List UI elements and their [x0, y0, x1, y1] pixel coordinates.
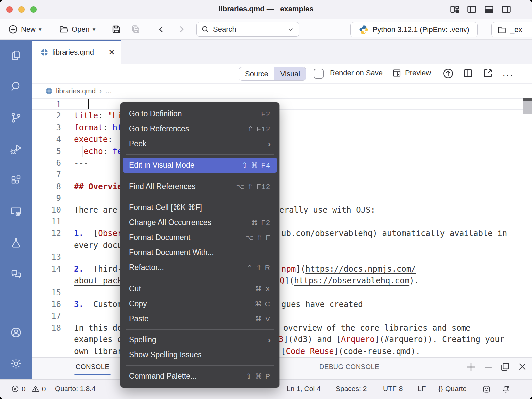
panel-tab-strip: CONSOLETERMINALDEBUG CONSOLE — [32, 357, 532, 379]
sessions-icon[interactable] — [0, 196, 32, 227]
chevron-down-icon[interactable] — [287, 26, 294, 33]
chat-icon[interactable] — [0, 258, 32, 290]
panel-restore-icon[interactable] — [500, 361, 511, 372]
scrollbar-thumb[interactable] — [523, 101, 532, 114]
toggle-secondary-sidebar-icon[interactable] — [501, 5, 511, 14]
testing-icon[interactable] — [0, 227, 32, 258]
code-line[interactable]: every docu — [32, 240, 532, 251]
open-button[interactable]: Open ▾ — [59, 19, 95, 40]
breadcrumb-more[interactable]: … — [105, 87, 112, 95]
customize-layout-icon[interactable] — [450, 5, 460, 14]
menu-item-refactor[interactable]: Refactor...⌃ ⇧ R — [123, 260, 277, 275]
split-editor-icon[interactable] — [463, 68, 473, 79]
language-mode-status[interactable]: {} Quarto — [438, 385, 466, 393]
menu-item-spelling[interactable]: Spelling› — [123, 332, 277, 347]
breadcrumb-file[interactable]: libraries.qmd — [56, 87, 96, 95]
search-input[interactable]: Search — [196, 22, 299, 37]
render-on-save-checkbox[interactable] — [314, 69, 324, 79]
menu-item-cut[interactable]: Cut⌘ X — [123, 281, 277, 296]
code-token: https://observablehq.com — [294, 276, 409, 285]
panel-close-icon[interactable] — [517, 361, 528, 372]
search-sidebar-icon[interactable] — [0, 71, 32, 102]
code-line[interactable]: 121. [Obserub.com/observablehq) automati… — [32, 228, 532, 239]
menu-item-copy[interactable]: Copy⌘ C — [123, 296, 277, 311]
code-line[interactable]: 11 — [32, 216, 532, 228]
encoding-status[interactable]: UTF-8 — [383, 385, 403, 393]
run-debug-icon[interactable] — [0, 133, 32, 165]
extensions-icon[interactable] — [0, 165, 32, 196]
code-line[interactable]: 9 — [32, 193, 532, 204]
code-line[interactable]: 1--- — [32, 98, 532, 110]
code-line[interactable]: 2title: "Li — [32, 110, 532, 122]
menu-item-paste[interactable]: Paste⌘ V — [123, 311, 277, 326]
code-line[interactable]: 142. Third-npm](https://docs.npmjs.com/ — [32, 263, 532, 275]
menu-item-find-all-references[interactable]: Find All References⌥ ⇧ F12 — [123, 179, 277, 194]
open-in-new-window-icon[interactable] — [482, 68, 493, 79]
code-editor[interactable]: 1---2title: "Li3format: ht4execute:5 ech… — [32, 98, 532, 357]
code-line[interactable]: 6--- — [32, 157, 532, 169]
line-number: 9 — [32, 193, 61, 204]
code-line[interactable]: own librar[Code Reuse](code-reuse.qmd). — [32, 346, 532, 357]
save-all-button[interactable] — [130, 19, 141, 40]
tab-libraries-qmd[interactable]: libraries.qmd ✕ — [32, 40, 121, 64]
panel-add-icon[interactable] — [466, 361, 477, 373]
preview-icon — [392, 68, 402, 78]
render-document-icon[interactable] — [442, 68, 454, 79]
interpreter-selector[interactable]: Python 3.12.1 (PipEnv: .venv) — [350, 22, 478, 37]
navigate-forward-button[interactable] — [176, 19, 186, 40]
menu-item-format-cell-k-f[interactable]: Format Cell [⌘K ⌘F] — [123, 200, 277, 215]
menu-item-command-palette[interactable]: Command Palette...⇧ ⌘ P — [123, 369, 277, 384]
menu-item-go-to-definition[interactable]: Go to DefinitionF2 — [123, 106, 277, 121]
menu-item-show-spelling-issues[interactable]: Show Spelling Issues — [123, 347, 277, 362]
project-selector[interactable]: _ex — [491, 22, 532, 37]
code-line[interactable]: 8## Overvie — [32, 181, 532, 193]
code-line[interactable]: examples o3](#d3) and [Arquero](#arquero… — [32, 334, 532, 345]
account-icon[interactable] — [0, 317, 32, 348]
menu-item-format-document[interactable]: Format Document⌥ ⇧ F — [123, 230, 277, 245]
close-tab-icon[interactable]: ✕ — [108, 48, 115, 57]
code-line[interactable]: 17 — [32, 310, 532, 322]
source-control-icon[interactable] — [0, 102, 32, 133]
visual-mode-button[interactable]: Visual — [274, 67, 306, 80]
code-line[interactable]: 3format: ht — [32, 122, 532, 134]
code-line[interactable]: 15 — [32, 287, 532, 299]
menu-item-peek[interactable]: Peek› — [123, 136, 277, 151]
menu-item-go-to-references[interactable]: Go to References⇧ F12 — [123, 121, 277, 136]
menu-item-format-document-with[interactable]: Format Document With... — [123, 245, 277, 260]
feedback-button[interactable] — [482, 385, 491, 394]
panel-tab-debug-console[interactable]: DEBUG CONSOLE — [319, 363, 379, 371]
panel-minimize-icon[interactable] — [483, 362, 494, 373]
code-line[interactable]: 10There are erally use with OJS: — [32, 204, 532, 216]
notifications-button[interactable] — [501, 385, 510, 394]
panel-tab-console[interactable]: CONSOLE — [76, 363, 109, 371]
code-line[interactable]: 7 — [32, 169, 532, 181]
code-line[interactable]: 5 echo: fe — [32, 146, 532, 157]
cursor-position-status[interactable]: Ln 1, Col 4 — [287, 385, 321, 393]
toggle-primary-sidebar-icon[interactable] — [467, 5, 477, 14]
settings-gear-icon[interactable] — [0, 348, 32, 379]
code-line[interactable]: 18In this dooverview of the core librari… — [32, 322, 532, 334]
code-token: ]( — [284, 276, 294, 285]
menu-item-edit-in-visual-mode[interactable]: Edit in Visual Mode⇧ ⌘ F4 — [123, 158, 277, 173]
toggle-panel-icon[interactable] — [484, 5, 494, 14]
editor-scrollbar[interactable] — [523, 98, 532, 357]
eol-status[interactable]: LF — [418, 385, 426, 393]
more-actions-icon[interactable]: ··· — [502, 70, 514, 80]
quarto-version-status[interactable]: Quarto: 1.8.4 — [55, 385, 96, 393]
new-button[interactable]: New ▾ — [8, 19, 42, 40]
preview-button[interactable]: Preview — [392, 68, 431, 78]
code-line[interactable]: 4execute: — [32, 134, 532, 145]
source-mode-button[interactable]: Source — [239, 67, 274, 80]
code-line[interactable]: 163. Customgues have created — [32, 299, 532, 310]
indentation-status[interactable]: Spaces: 2 — [336, 385, 367, 393]
problems-status[interactable]: 0 0 — [11, 385, 46, 393]
save-button[interactable] — [111, 19, 122, 40]
code-line[interactable]: about-packQ](https://observablehq.com). — [32, 275, 532, 287]
code-line[interactable]: 13 — [32, 251, 532, 263]
menu-item-change-all-occurrences[interactable]: Change All Occurrences⌘ F2 — [123, 215, 277, 230]
breadcrumb[interactable]: libraries.qmd › … — [32, 84, 532, 98]
navigate-back-button[interactable] — [156, 19, 166, 40]
menu-item-shortcut: ⌘ X — [255, 285, 271, 293]
explorer-icon[interactable] — [0, 40, 32, 71]
code-line-continuation: Q](https://observablehq.com). — [280, 275, 419, 287]
